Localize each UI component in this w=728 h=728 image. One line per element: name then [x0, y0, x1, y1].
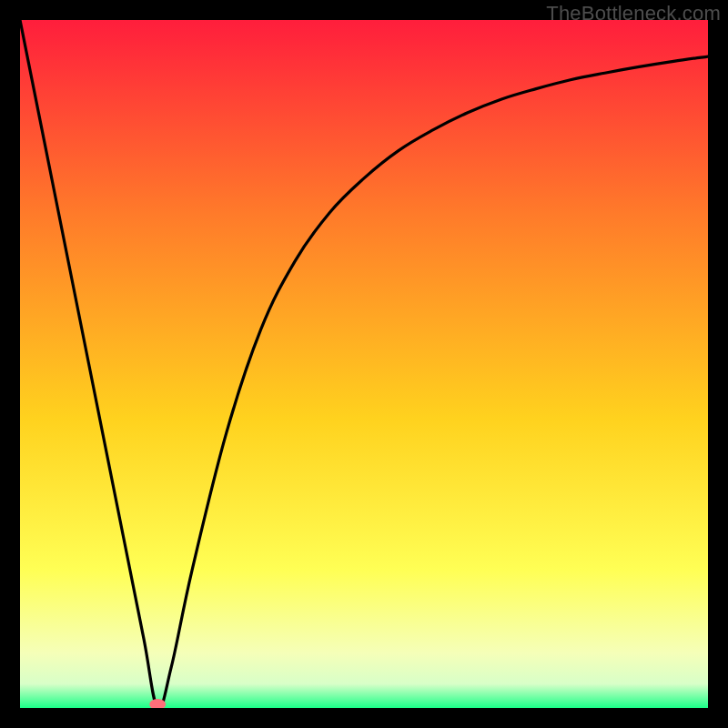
gradient-background	[20, 20, 708, 708]
watermark-text: TheBottleneck.com	[546, 2, 721, 25]
plot-area	[20, 20, 708, 708]
bottleneck-chart	[20, 20, 708, 708]
chart-frame: TheBottleneck.com	[0, 0, 728, 728]
